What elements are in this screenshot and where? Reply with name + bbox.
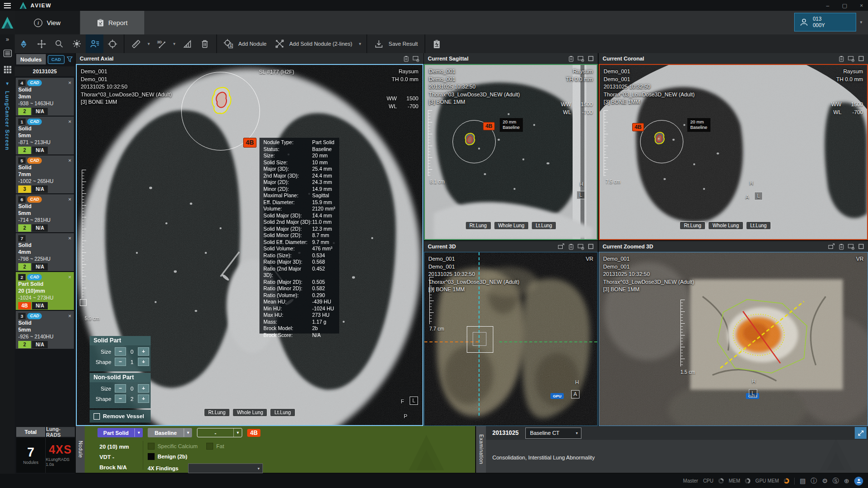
patient-badge-chevron-icon[interactable]: ▾ <box>857 13 865 31</box>
solid-size-minus-button[interactable]: − <box>115 347 126 356</box>
nodule-bar-tab[interactable]: Nodule <box>76 426 85 473</box>
add-solid-nodule-chevron-icon[interactable]: ▾ <box>356 41 364 46</box>
tab-lung-rads[interactable]: Lung-RADS <box>46 427 75 437</box>
close-icon[interactable]: × <box>68 157 71 163</box>
rt-lung-button[interactable]: Rt.Lung <box>204 408 230 417</box>
benign-checkbox[interactable] <box>148 453 155 460</box>
close-icon[interactable]: × <box>68 80 71 86</box>
nonsolid-size-minus-button[interactable]: − <box>115 384 126 393</box>
nodule-card[interactable]: 4 CAD × Solid 3mm -938 ~ 1463HU 2 N/A <box>16 78 74 116</box>
rt-lung-button[interactable]: Rt.Lung <box>465 221 491 230</box>
specific-calcium-checkbox[interactable] <box>148 443 155 450</box>
collapse-rail-icon[interactable]: » <box>6 36 9 43</box>
nodule-extra-dropdown[interactable]: -▾ <box>197 428 242 437</box>
nodule-card[interactable]: 5 CAD × Solid 7mm -1002 ~ 265HU 3 N/A <box>16 155 74 193</box>
localizer-button[interactable] <box>103 34 121 53</box>
viewport-settings-icon[interactable] <box>578 56 584 62</box>
nodule-type-dropdown[interactable]: Part Solid▾ <box>97 428 143 437</box>
user-avatar[interactable] <box>854 477 863 486</box>
minimize-icon[interactable]: – <box>826 0 829 11</box>
ruler-chevron-icon[interactable]: ▾ <box>145 41 153 46</box>
remove-vessel-checkbox[interactable] <box>94 413 100 420</box>
close-icon[interactable]: × <box>68 313 71 319</box>
nodule-card[interactable]: 2 CAD × Part Solid 20 (10)mm -1024 ~ 273… <box>16 272 74 310</box>
report-summary-button[interactable] <box>428 34 446 53</box>
patient-badge[interactable]: 013 000Y <box>794 13 856 31</box>
nodule-card[interactable]: 6 CAD × Solid 5mm -714 ~ 281HU 2 N/A <box>16 194 74 232</box>
maximize-viewport-icon[interactable] <box>858 56 864 61</box>
slope-tool-button[interactable] <box>178 34 196 53</box>
network-globe-icon[interactable]: ⊕ <box>844 478 849 485</box>
nonsolid-size-plus-button[interactable]: + <box>138 384 149 393</box>
nonsolid-shape-plus-button[interactable]: + <box>138 395 149 403</box>
viewport-settings-icon[interactable] <box>848 56 855 62</box>
solid-shape-minus-button[interactable]: − <box>115 358 126 366</box>
threed-render-image[interactable]: Demo_001Demo_00120131025 10:32:50Thorax^… <box>424 252 598 426</box>
close-icon[interactable]: × <box>68 235 71 241</box>
whole-lung-button[interactable]: Whole Lung <box>708 221 743 230</box>
measure-3d-chevron-icon[interactable]: ▾ <box>170 41 178 46</box>
close-icon[interactable]: × <box>68 119 71 124</box>
add-solid-nodule-label[interactable]: Add Solid Nodule (2-lines) <box>289 41 353 47</box>
findings-dropdown[interactable]: ▾ <box>188 463 263 473</box>
nodule-marker-4b[interactable]: 4B <box>483 122 495 130</box>
lt-lung-button[interactable]: Lt.Lung <box>270 408 295 417</box>
add-nodule-button[interactable]: A <box>220 34 237 53</box>
copy-icon[interactable] <box>838 56 844 62</box>
coronal-ct-image[interactable]: Demo_001Demo_00120131025 10:32:50Thorax^… <box>599 64 868 240</box>
sync-icon[interactable]: Ⓢ <box>833 478 839 485</box>
rt-lung-button[interactable]: Rt.Lung <box>679 221 706 230</box>
panel-list-icon[interactable] <box>3 50 12 59</box>
info-icon[interactable]: ⓘ <box>810 478 817 485</box>
nodules-panel-title[interactable]: Nodules <box>16 54 46 64</box>
solid-size-plus-button[interactable]: + <box>138 347 149 356</box>
ruler-measure-button[interactable] <box>127 34 145 53</box>
copy-icon[interactable] <box>838 244 844 250</box>
save-result-button[interactable] <box>370 34 387 53</box>
maximize-icon[interactable]: ▢ <box>842 0 847 11</box>
cad-toggle[interactable]: CAD <box>48 55 64 64</box>
viewport-settings-icon[interactable] <box>578 244 584 250</box>
whole-lung-button[interactable]: Whole Lung <box>494 221 529 230</box>
whole-lung-button[interactable]: Whole Lung <box>232 408 267 417</box>
fat-checkbox[interactable] <box>206 443 213 450</box>
nodule-status-dropdown[interactable]: Baseline▾ <box>148 428 192 437</box>
lt-lung-button[interactable]: Lt.Lung <box>746 221 771 230</box>
nodule-marker-4b[interactable]: 4B <box>632 123 644 131</box>
nodule-card[interactable]: 7 × Solid 4mm -798 ~ 225HU 2 N/A <box>16 233 74 271</box>
zoomed-render-image[interactable]: Demo_001Demo_00120131025 10:32:50Thorax^… <box>599 252 868 426</box>
settings-gear-icon[interactable]: ⚙ <box>822 478 828 485</box>
layout-grid-icon[interactable] <box>4 66 11 75</box>
copy-icon[interactable] <box>403 56 409 62</box>
viewport-settings-icon[interactable] <box>413 56 419 62</box>
pan-button[interactable] <box>32 34 50 53</box>
add-solid-nodule-button[interactable] <box>271 34 289 53</box>
examination-tab[interactable]: Examination <box>476 426 486 473</box>
hamburger-menu-icon[interactable] <box>0 0 15 11</box>
close-icon[interactable]: × <box>68 196 71 202</box>
panel-list-icon[interactable]: ▤ <box>800 478 805 485</box>
delete-button[interactable] <box>196 34 214 53</box>
lt-lung-button[interactable]: Lt.Lung <box>531 221 556 230</box>
expand-panel-button[interactable] <box>855 427 867 439</box>
export-view-icon[interactable] <box>558 244 565 249</box>
copy-icon[interactable] <box>568 244 574 250</box>
viewport-settings-icon[interactable] <box>848 244 855 250</box>
copy-icon[interactable] <box>568 56 574 62</box>
solid-shape-plus-button[interactable]: + <box>138 358 149 366</box>
filter-funnel-icon[interactable] <box>66 56 73 62</box>
sagittal-ct-image[interactable]: Demo_001Demo_00120131025 10:32:50Thorax^… <box>424 64 598 240</box>
axial-ct-image[interactable]: Demo_001Demo_00120131025 10:32:50Thorax^… <box>76 64 423 426</box>
compare-layout-button[interactable] <box>15 34 32 53</box>
maximize-viewport-icon[interactable] <box>588 244 594 249</box>
measure-3d-button[interactable]: 3D <box>153 34 170 53</box>
maximize-viewport-icon[interactable] <box>588 56 594 61</box>
nodule-card[interactable]: 3 CAD × Solid 5mm -926 ~ 2140HU 2 N/A <box>16 311 74 349</box>
nodule-card[interactable]: 1 CAD × Solid 5mm -871 ~ 213HU 2 N/A <box>16 117 74 154</box>
zoom-button[interactable] <box>50 34 68 53</box>
screen-selector-triangle-icon[interactable]: ▼ <box>5 81 10 86</box>
tab-total[interactable]: Total <box>16 427 45 437</box>
export-view-icon[interactable] <box>828 244 835 249</box>
add-nodule-label[interactable]: Add Nodule <box>238 41 267 47</box>
nonsolid-shape-minus-button[interactable]: − <box>115 395 126 403</box>
